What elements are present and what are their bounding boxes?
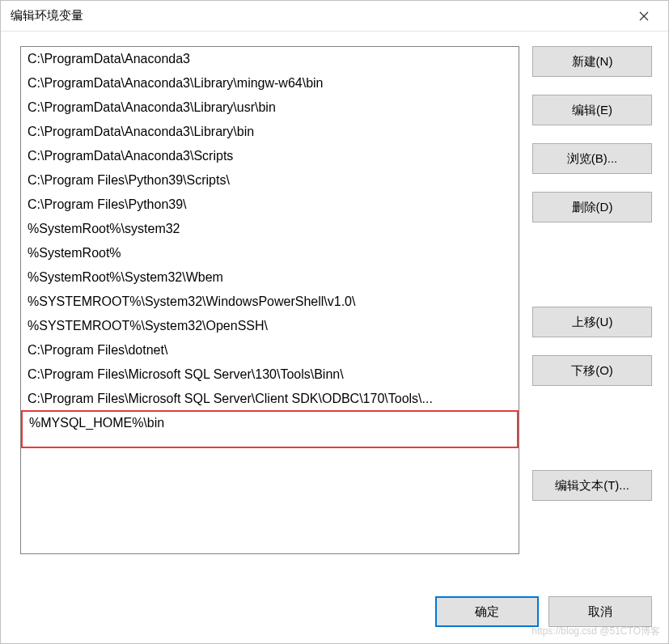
list-item[interactable]: %MYSQL_HOME%\bin bbox=[21, 410, 519, 448]
move-up-button[interactable]: 上移(U) bbox=[532, 307, 652, 337]
list-item[interactable]: C:\ProgramData\Anaconda3\Library\mingw-w… bbox=[21, 71, 519, 95]
spacer bbox=[532, 240, 652, 289]
list-item[interactable]: %SystemRoot%\System32\Wbem bbox=[21, 265, 519, 290]
close-button[interactable] bbox=[628, 5, 660, 28]
bottom-bar: 确定 取消 bbox=[1, 585, 668, 643]
list-item[interactable]: C:\Program Files\dotnet\ bbox=[21, 338, 519, 362]
title-bar: 编辑环境变量 bbox=[1, 1, 668, 32]
list-item[interactable]: %SystemRoot%\system32 bbox=[21, 217, 519, 241]
list-item[interactable]: C:\Program Files\Python39\ bbox=[21, 193, 519, 217]
cancel-button[interactable]: 取消 bbox=[548, 596, 652, 627]
list-item[interactable]: %SystemRoot% bbox=[21, 241, 519, 265]
edit-text-button[interactable]: 编辑文本(T)... bbox=[532, 470, 652, 501]
list-item[interactable]: %SYSTEMROOT%\System32\OpenSSH\ bbox=[21, 314, 519, 338]
content-area: C:\ProgramData\Anaconda3C:\ProgramData\A… bbox=[1, 32, 668, 585]
new-button[interactable]: 新建(N) bbox=[532, 46, 652, 77]
list-item[interactable]: C:\ProgramData\Anaconda3 bbox=[21, 47, 519, 71]
list-item[interactable]: C:\Program Files\Microsoft SQL Server\13… bbox=[21, 362, 519, 387]
side-buttons: 新建(N) 编辑(E) 浏览(B)... 删除(D) 上移(U) 下移(O) 编… bbox=[532, 46, 652, 577]
browse-button[interactable]: 浏览(B)... bbox=[532, 143, 652, 174]
button-group-3: 编辑文本(T)... bbox=[532, 470, 652, 501]
path-list[interactable]: C:\ProgramData\Anaconda3C:\ProgramData\A… bbox=[20, 46, 519, 554]
list-item[interactable]: C:\ProgramData\Anaconda3\Scripts bbox=[21, 144, 519, 168]
list-item[interactable]: C:\ProgramData\Anaconda3\Library\bin bbox=[21, 120, 519, 144]
spacer bbox=[532, 404, 652, 452]
list-item[interactable]: C:\ProgramData\Anaconda3\Library\usr\bin bbox=[21, 95, 519, 120]
button-group-1: 新建(N) 编辑(E) 浏览(B)... 删除(D) bbox=[532, 46, 652, 222]
environment-variable-dialog: 编辑环境变量 C:\ProgramData\Anaconda3C:\Progra… bbox=[0, 0, 669, 644]
ok-button[interactable]: 确定 bbox=[435, 596, 539, 627]
edit-button[interactable]: 编辑(E) bbox=[532, 95, 652, 125]
list-item[interactable]: C:\Program Files\Microsoft SQL Server\Cl… bbox=[21, 387, 519, 411]
list-item[interactable]: %SYSTEMROOT%\System32\WindowsPowerShell\… bbox=[21, 290, 519, 314]
move-down-button[interactable]: 下移(O) bbox=[532, 355, 652, 386]
dialog-title: 编辑环境变量 bbox=[11, 8, 83, 23]
list-item[interactable]: C:\Program Files\Python39\Scripts\ bbox=[21, 168, 519, 193]
close-icon bbox=[639, 11, 649, 21]
button-group-2: 上移(U) 下移(O) bbox=[532, 307, 652, 386]
delete-button[interactable]: 删除(D) bbox=[532, 192, 652, 222]
